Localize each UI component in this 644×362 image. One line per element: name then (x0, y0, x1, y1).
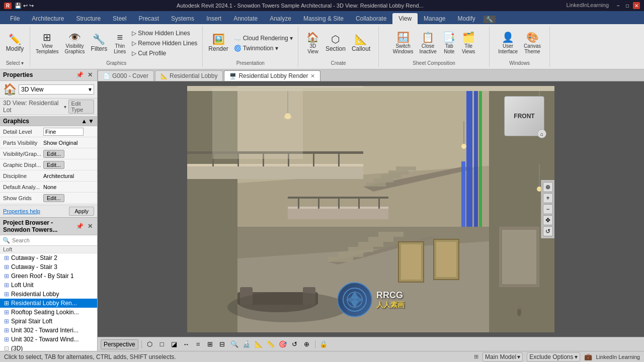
search-input[interactable] (12, 237, 95, 243)
visibility-graphics-edit-button[interactable]: Edit... (43, 150, 64, 158)
browser-item-residential-lobby[interactable]: ⊞ Residential Lobby (0, 290, 97, 299)
filters-button[interactable]: 🔧 Filters (89, 33, 110, 54)
show-grids-edit-button[interactable]: Edit... (43, 194, 64, 202)
perspective-button[interactable]: Perspective (101, 339, 138, 349)
browser-item-unit302-window[interactable]: ⊞ Unit 302 - Toward Wind... (0, 335, 97, 344)
tab-extra[interactable]: 🔧 (484, 16, 496, 24)
view-templates-button[interactable]: ⊞ ViewTemplates (33, 31, 61, 56)
zoom-extents-button[interactable]: ⊕ (543, 182, 553, 192)
tab-file[interactable]: File (4, 13, 26, 24)
tab-collaborate[interactable]: Collaborate (350, 13, 392, 24)
tile-views-button[interactable]: 🗂️ TileViews (459, 31, 478, 56)
tab-residential-lobby-render[interactable]: 🖥️ Residential Lobby Render ✕ (224, 70, 320, 81)
main-model-label: Main Model (485, 353, 516, 360)
switch-windows-button[interactable]: 🪟 SwitchWindows (390, 31, 416, 56)
zoom-out-button[interactable]: − (543, 204, 553, 214)
tab-manage[interactable]: Manage (418, 13, 451, 24)
properties-close-button[interactable]: ✕ (86, 71, 94, 79)
section-button[interactable]: ⬡ Section (323, 33, 348, 54)
thin-lines-button[interactable]: ≡ ThinLines (111, 31, 129, 56)
remove-hidden-lines-button[interactable]: ▷ Remove Hidden Lines (130, 39, 199, 48)
title-bar-window-controls[interactable]: LinkedInLearning − □ ✕ (567, 2, 640, 9)
tab-insert[interactable]: Insert (200, 13, 227, 24)
toolbar-icon-12[interactable]: 🎯 (278, 339, 288, 349)
toolbar-icon-15[interactable]: 🔒 (318, 339, 329, 349)
tab-residential-lobby[interactable]: 📐 Residential Lobby (155, 70, 223, 81)
project-browser-pin-button[interactable]: 📌 (74, 222, 85, 230)
tab-view[interactable]: View (392, 13, 418, 24)
main-model-dropdown[interactable]: Main Model ▾ (482, 352, 523, 361)
browser-item-cutaway-stair3[interactable]: ⊞ Cutaway - Stair 3 (0, 262, 97, 272)
browser-item-loft-unit[interactable]: ⊞ Loft Unit (0, 281, 97, 290)
callout-button[interactable]: 📐 Callout (349, 33, 373, 54)
browser-item-green-roof[interactable]: ⊞ Green Roof - By Stair 1 (0, 272, 97, 281)
toolbar-icon-11[interactable]: 📏 (266, 339, 276, 349)
properties-help-link[interactable]: Properties help (3, 208, 40, 214)
3d-view-button[interactable]: 🏠 3DView (304, 31, 322, 56)
toolbar-icon-2[interactable]: □ (157, 339, 167, 349)
tab-steel[interactable]: Steel (107, 13, 132, 24)
close-button[interactable]: ✕ (633, 2, 640, 9)
detail-level-input[interactable] (43, 128, 84, 136)
cut-profile-button[interactable]: ▷ Cut Profile (130, 49, 199, 58)
orbit-button[interactable]: ↺ (543, 226, 553, 236)
browser-item-3d[interactable]: ⊡ (3D) (0, 344, 97, 351)
nav-cube[interactable]: FRONT ⌂ (504, 96, 544, 136)
browser-item-residential-lobby-render[interactable]: ⊞ Residential Lobby Ren... (0, 299, 97, 308)
type-dropdown[interactable]: 3D View ▾ (19, 84, 94, 95)
properties-pin-button[interactable]: 📌 (74, 71, 85, 79)
toolbar-icon-9[interactable]: 🔬 (242, 339, 252, 349)
toolbar-icon-8[interactable]: 🔍 (229, 339, 239, 349)
tab-bar: 📄 G000 - Cover 📐 Residential Lobby 🖥️ Re… (98, 69, 644, 81)
canvas-theme-button[interactable]: 🎨 CanvasTheme (521, 31, 543, 56)
close-inactive-button[interactable]: 📋 CloseInactive (417, 31, 439, 56)
browser-item-unit302-interior[interactable]: ⊞ Unit 302 - Toward Interi... (0, 326, 97, 335)
viewport-content[interactable]: RRCG 人人素画 FRONT ⌂ ⊕ + − ✥ ↺ (187, 86, 554, 332)
toolbar-icon-10[interactable]: 📐 (254, 339, 264, 349)
browser-item-cutaway-stair2[interactable]: ⊞ Cutaway - Stair 2 (0, 253, 97, 262)
toolbar-icon-7[interactable]: ⊟ (217, 339, 227, 349)
graphic-display-edit-button[interactable]: Edit... (43, 161, 64, 169)
toolbar-icon-13[interactable]: ↺ (290, 339, 300, 349)
project-browser-title: Project Browser - Snowdon Towers... (3, 219, 74, 233)
toolbar-icon-5[interactable]: ⌗ (193, 339, 203, 349)
tab-annotate[interactable]: Annotate (227, 13, 264, 24)
tab-systems[interactable]: Systems (165, 13, 200, 24)
cloud-render-button[interactable]: ☁️ Cloud Rendering ▾ (232, 34, 295, 43)
tab-analyze[interactable]: Analyze (264, 13, 297, 24)
tab-precast[interactable]: Precast (132, 13, 165, 24)
pan-button[interactable]: ✥ (543, 215, 553, 225)
toolbar-icon-1[interactable]: ⬡ (145, 339, 155, 349)
tab-massing[interactable]: Massing & Site (297, 13, 350, 24)
section-collapse-button[interactable]: ▲ (81, 118, 87, 125)
zoom-in-button[interactable]: + (543, 193, 553, 203)
nav-cube-home[interactable]: ⌂ (537, 129, 546, 138)
toolbar-icon-6[interactable]: ⊞ (205, 339, 215, 349)
view-dropdown-arrow[interactable]: ▾ (64, 104, 66, 110)
tab-structure[interactable]: Structure (70, 13, 107, 24)
visibility-graphics-button[interactable]: 👁️ VisibilityGraphics (62, 31, 88, 56)
toolbar-icon-14[interactable]: ⊕ (302, 339, 312, 349)
toolbar-icon-4[interactable]: ↔ (181, 339, 191, 349)
project-browser-close-button[interactable]: ✕ (86, 222, 94, 230)
tab-architecture[interactable]: Architecture (26, 13, 70, 24)
tab-note-button[interactable]: 📑 TabNote (440, 31, 458, 56)
tab-close-render[interactable]: ✕ (310, 73, 315, 79)
browser-item-rooftop[interactable]: ⊞ Rooftop Seating Lookin... (0, 308, 97, 317)
modify-button[interactable]: ✏️ Modify (4, 33, 26, 54)
minimize-button[interactable]: − (615, 2, 622, 9)
maximize-button[interactable]: □ (624, 2, 631, 9)
twinmotion-button[interactable]: 🌀 Twinmotion ▾ (232, 44, 295, 53)
section-expand-button[interactable]: ▼ (88, 118, 94, 125)
show-hidden-lines-button[interactable]: ▷ Show Hidden Lines (130, 29, 199, 38)
user-interface-button[interactable]: 👤 UserInterface (496, 31, 520, 56)
render-button[interactable]: 🖼️ Render (206, 33, 230, 54)
tab-g000-cover[interactable]: 📄 G000 - Cover (98, 70, 154, 81)
tab-modify[interactable]: Modify (451, 13, 481, 24)
toolbar-icon-3[interactable]: ◪ (169, 339, 179, 349)
exclude-options-dropdown[interactable]: Exclude Options ▾ (527, 352, 580, 361)
browser-item-spiral-stair[interactable]: ⊞ Spiral Stair Loft (0, 317, 97, 326)
edit-type-button[interactable]: Edit Type (68, 100, 94, 114)
apply-button[interactable]: Apply (69, 207, 94, 216)
title-bar-controls[interactable]: 💾 ↩ ↪ (15, 3, 34, 9)
